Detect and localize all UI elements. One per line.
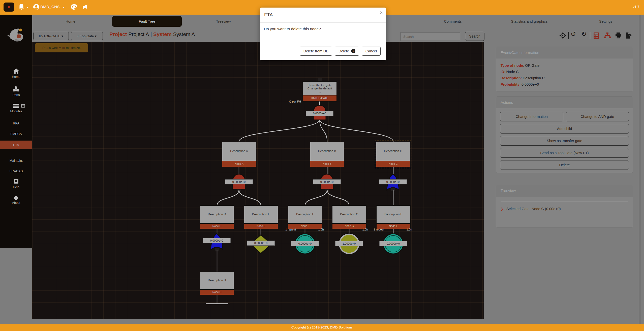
announcements-icon[interactable] — [81, 4, 88, 11]
close-icon[interactable]: × — [380, 10, 383, 15]
user-menu[interactable]: DMD_CNS — [40, 5, 60, 9]
user-avatar-icon[interactable] — [33, 4, 39, 11]
delete-confirmation-dialog: FTA × Do you want to delete this node? D… — [260, 8, 386, 60]
modal-backdrop[interactable] — [0, 15, 644, 324]
modal-footer: Delete from DB Deletei Cancel — [260, 42, 386, 60]
copyright-text: Copyright (c) 2018-2023, DMD Solutions — [291, 325, 353, 329]
modal-body-text: Do you want to delete this node? — [260, 23, 386, 42]
cancel-button[interactable]: Cancel — [362, 47, 381, 56]
footer: Copyright (c) 2018-2023, DMD Solutions — [0, 324, 644, 331]
delete-from-db-button[interactable]: Delete from DB — [300, 47, 332, 56]
bell-caret-icon[interactable]: ▾ — [27, 6, 28, 9]
delete-button[interactable]: Deletei — [335, 47, 359, 56]
app: » ▾ DMD_CNS ▾ v1.7 — [0, 0, 644, 331]
sidebar-expand-button[interactable]: » — [4, 3, 14, 12]
user-caret-icon[interactable]: ▾ — [63, 6, 65, 9]
modal-header: FTA × — [260, 8, 386, 23]
app-version: v1.7 — [633, 5, 639, 9]
theme-palette-icon[interactable] — [71, 4, 77, 11]
bell-icon[interactable] — [18, 4, 25, 12]
modal-title: FTA — [264, 12, 273, 18]
info-icon: i — [351, 49, 355, 53]
